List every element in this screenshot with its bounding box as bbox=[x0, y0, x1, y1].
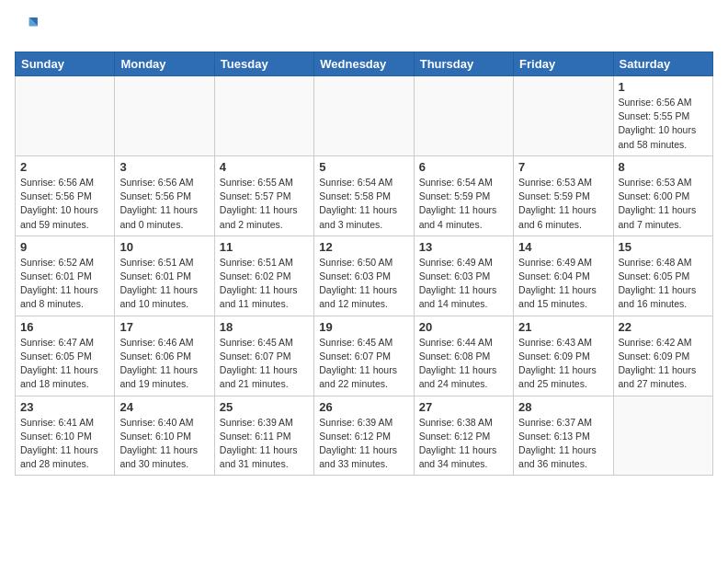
day-number: 3 bbox=[119, 160, 209, 174]
calendar-day-cell: 4Sunrise: 6:55 AMSunset: 5:57 PMDaylight… bbox=[214, 155, 313, 236]
calendar-day-cell: 25Sunrise: 6:39 AMSunset: 6:11 PMDayligh… bbox=[214, 396, 313, 476]
day-info: Sunrise: 6:54 AMSunset: 5:58 PMDaylight:… bbox=[319, 176, 408, 232]
calendar-week-row: 23Sunrise: 6:41 AMSunset: 6:10 PMDayligh… bbox=[16, 396, 713, 476]
calendar-day-cell: 10Sunrise: 6:51 AMSunset: 6:01 PMDayligh… bbox=[115, 236, 214, 316]
day-number: 9 bbox=[20, 240, 109, 254]
calendar-day-cell: 3Sunrise: 6:56 AMSunset: 5:56 PMDaylight… bbox=[115, 155, 214, 236]
calendar-body: 1Sunrise: 6:56 AMSunset: 5:55 PMDaylight… bbox=[16, 76, 713, 476]
day-of-week-header: Sunday bbox=[16, 52, 115, 76]
calendar-day-cell: 2Sunrise: 6:56 AMSunset: 5:56 PMDaylight… bbox=[16, 155, 115, 236]
day-number: 20 bbox=[419, 320, 508, 334]
calendar-day-cell: 24Sunrise: 6:40 AMSunset: 6:10 PMDayligh… bbox=[115, 396, 214, 476]
calendar-day-cell: 14Sunrise: 6:49 AMSunset: 6:04 PMDayligh… bbox=[514, 236, 613, 316]
calendar-day-cell: 22Sunrise: 6:42 AMSunset: 6:09 PMDayligh… bbox=[613, 316, 712, 396]
day-info: Sunrise: 6:54 AMSunset: 5:59 PMDaylight:… bbox=[419, 176, 508, 232]
day-number: 23 bbox=[20, 400, 109, 414]
day-number: 22 bbox=[619, 320, 708, 334]
day-number: 25 bbox=[220, 400, 309, 414]
day-number: 10 bbox=[119, 240, 209, 254]
calendar-day-cell: 21Sunrise: 6:43 AMSunset: 6:09 PMDayligh… bbox=[514, 316, 613, 396]
day-number: 12 bbox=[319, 240, 408, 254]
day-number: 18 bbox=[220, 320, 309, 334]
day-info: Sunrise: 6:51 AMSunset: 6:01 PMDaylight:… bbox=[119, 256, 209, 312]
day-info: Sunrise: 6:44 AMSunset: 6:08 PMDaylight:… bbox=[419, 336, 508, 392]
day-info: Sunrise: 6:43 AMSunset: 6:09 PMDaylight:… bbox=[518, 336, 608, 392]
calendar-day-cell: 6Sunrise: 6:54 AMSunset: 5:59 PMDaylight… bbox=[414, 155, 513, 236]
calendar-day-cell: 18Sunrise: 6:45 AMSunset: 6:07 PMDayligh… bbox=[214, 316, 313, 396]
calendar-day-cell: 28Sunrise: 6:37 AMSunset: 6:13 PMDayligh… bbox=[514, 396, 613, 476]
day-info: Sunrise: 6:51 AMSunset: 6:02 PMDaylight:… bbox=[220, 256, 309, 312]
day-info: Sunrise: 6:47 AMSunset: 6:05 PMDaylight:… bbox=[20, 336, 109, 392]
day-info: Sunrise: 6:38 AMSunset: 6:12 PMDaylight:… bbox=[419, 416, 508, 472]
days-of-week-row: SundayMondayTuesdayWednesdayThursdayFrid… bbox=[16, 52, 713, 76]
day-info: Sunrise: 6:56 AMSunset: 5:55 PMDaylight:… bbox=[619, 96, 708, 152]
calendar-day-cell bbox=[16, 76, 115, 156]
calendar-day-cell: 15Sunrise: 6:48 AMSunset: 6:05 PMDayligh… bbox=[613, 236, 712, 316]
day-number: 4 bbox=[220, 160, 309, 174]
calendar-week-row: 1Sunrise: 6:56 AMSunset: 5:55 PMDaylight… bbox=[16, 76, 713, 156]
day-of-week-header: Friday bbox=[514, 52, 613, 76]
calendar-day-cell: 8Sunrise: 6:53 AMSunset: 6:00 PMDaylight… bbox=[613, 155, 712, 236]
calendar-day-cell: 17Sunrise: 6:46 AMSunset: 6:06 PMDayligh… bbox=[115, 316, 214, 396]
day-number: 19 bbox=[319, 320, 408, 334]
calendar-day-cell: 9Sunrise: 6:52 AMSunset: 6:01 PMDaylight… bbox=[16, 236, 115, 316]
day-number: 7 bbox=[518, 160, 608, 174]
calendar-week-row: 9Sunrise: 6:52 AMSunset: 6:01 PMDaylight… bbox=[16, 236, 713, 316]
day-info: Sunrise: 6:53 AMSunset: 6:00 PMDaylight:… bbox=[619, 176, 708, 232]
calendar-header: SundayMondayTuesdayWednesdayThursdayFrid… bbox=[16, 52, 713, 76]
day-info: Sunrise: 6:45 AMSunset: 6:07 PMDaylight:… bbox=[319, 336, 408, 392]
calendar-day-cell bbox=[514, 76, 613, 156]
calendar-day-cell: 26Sunrise: 6:39 AMSunset: 6:12 PMDayligh… bbox=[314, 396, 414, 476]
day-of-week-header: Wednesday bbox=[314, 52, 414, 76]
day-info: Sunrise: 6:48 AMSunset: 6:05 PMDaylight:… bbox=[619, 256, 708, 312]
calendar-day-cell bbox=[613, 396, 712, 476]
day-number: 17 bbox=[119, 320, 209, 334]
day-info: Sunrise: 6:56 AMSunset: 5:56 PMDaylight:… bbox=[119, 176, 209, 232]
day-info: Sunrise: 6:50 AMSunset: 6:03 PMDaylight:… bbox=[319, 256, 408, 312]
day-number: 21 bbox=[518, 320, 608, 334]
day-info: Sunrise: 6:46 AMSunset: 6:06 PMDaylight:… bbox=[119, 336, 209, 392]
calendar-day-cell: 11Sunrise: 6:51 AMSunset: 6:02 PMDayligh… bbox=[214, 236, 313, 316]
day-number: 27 bbox=[419, 400, 508, 414]
calendar-week-row: 2Sunrise: 6:56 AMSunset: 5:56 PMDaylight… bbox=[16, 155, 713, 236]
day-number: 26 bbox=[319, 400, 408, 414]
day-number: 13 bbox=[419, 240, 508, 254]
day-number: 2 bbox=[20, 160, 109, 174]
day-info: Sunrise: 6:55 AMSunset: 5:57 PMDaylight:… bbox=[220, 176, 309, 232]
calendar-day-cell bbox=[115, 76, 214, 156]
day-number: 1 bbox=[619, 80, 708, 94]
day-info: Sunrise: 6:39 AMSunset: 6:11 PMDaylight:… bbox=[220, 416, 309, 472]
day-number: 15 bbox=[619, 240, 708, 254]
calendar-day-cell: 19Sunrise: 6:45 AMSunset: 6:07 PMDayligh… bbox=[314, 316, 414, 396]
day-of-week-header: Saturday bbox=[613, 52, 712, 76]
day-info: Sunrise: 6:56 AMSunset: 5:56 PMDaylight:… bbox=[20, 176, 109, 232]
day-number: 14 bbox=[518, 240, 608, 254]
calendar-table: SundayMondayTuesdayWednesdayThursdayFrid… bbox=[15, 52, 713, 476]
calendar-day-cell: 7Sunrise: 6:53 AMSunset: 5:59 PMDaylight… bbox=[514, 155, 613, 236]
day-number: 24 bbox=[119, 400, 209, 414]
calendar-day-cell bbox=[214, 76, 313, 156]
calendar-day-cell: 16Sunrise: 6:47 AMSunset: 6:05 PMDayligh… bbox=[16, 316, 115, 396]
day-info: Sunrise: 6:53 AMSunset: 5:59 PMDaylight:… bbox=[518, 176, 608, 232]
day-info: Sunrise: 6:37 AMSunset: 6:13 PMDaylight:… bbox=[518, 416, 608, 472]
day-number: 11 bbox=[220, 240, 309, 254]
day-info: Sunrise: 6:40 AMSunset: 6:10 PMDaylight:… bbox=[119, 416, 209, 472]
day-of-week-header: Thursday bbox=[414, 52, 513, 76]
calendar-day-cell: 20Sunrise: 6:44 AMSunset: 6:08 PMDayligh… bbox=[414, 316, 513, 396]
day-info: Sunrise: 6:42 AMSunset: 6:09 PMDaylight:… bbox=[619, 336, 708, 392]
logo bbox=[15, 15, 44, 40]
calendar-day-cell: 13Sunrise: 6:49 AMSunset: 6:03 PMDayligh… bbox=[414, 236, 513, 316]
calendar-day-cell: 1Sunrise: 6:56 AMSunset: 5:55 PMDaylight… bbox=[613, 76, 712, 156]
day-info: Sunrise: 6:49 AMSunset: 6:04 PMDaylight:… bbox=[518, 256, 608, 312]
day-info: Sunrise: 6:52 AMSunset: 6:01 PMDaylight:… bbox=[20, 256, 109, 312]
day-info: Sunrise: 6:39 AMSunset: 6:12 PMDaylight:… bbox=[319, 416, 408, 472]
calendar-day-cell: 5Sunrise: 6:54 AMSunset: 5:58 PMDaylight… bbox=[314, 155, 414, 236]
calendar-week-row: 16Sunrise: 6:47 AMSunset: 6:05 PMDayligh… bbox=[16, 316, 713, 396]
calendar-day-cell: 23Sunrise: 6:41 AMSunset: 6:10 PMDayligh… bbox=[16, 396, 115, 476]
day-number: 8 bbox=[619, 160, 708, 174]
day-info: Sunrise: 6:49 AMSunset: 6:03 PMDaylight:… bbox=[419, 256, 508, 312]
day-info: Sunrise: 6:45 AMSunset: 6:07 PMDaylight:… bbox=[220, 336, 309, 392]
calendar-day-cell bbox=[414, 76, 513, 156]
day-of-week-header: Monday bbox=[115, 52, 214, 76]
day-number: 28 bbox=[518, 400, 608, 414]
